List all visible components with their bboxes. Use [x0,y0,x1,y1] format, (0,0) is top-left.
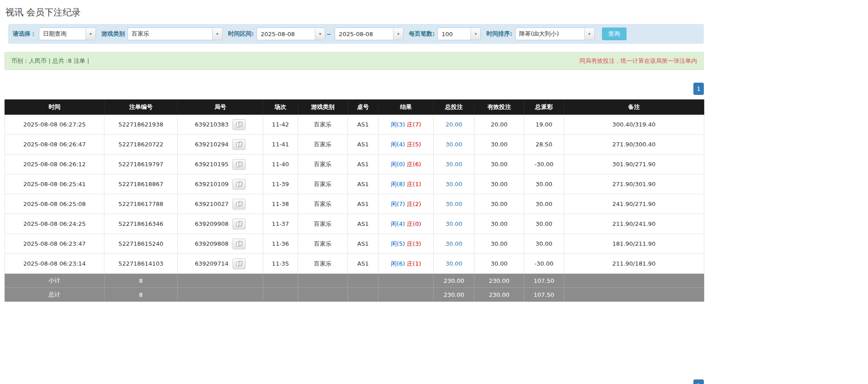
total-row: 总计 8 230.00 230.00 107.50 [5,288,704,302]
total-bet-link[interactable]: 30.00 [446,260,462,267]
bottom-pagination: 1 [5,379,704,384]
result-banker: 庄(0) [407,220,421,227]
cell-bet-id: 522718620722 [104,135,178,155]
cell-valid-bet: 30.00 [474,135,524,155]
cards-icon [236,241,243,247]
view-cards-button[interactable] [232,159,246,170]
table-row: 2025-08-08 06:23:14 522718614103 6392097… [5,254,704,274]
cards-icon [236,221,243,227]
query-type-dropdown-button[interactable]: ▼ [85,28,95,40]
page-1-button[interactable]: 1 [693,83,704,95]
date-to-dropdown-button[interactable]: ▼ [393,28,403,40]
total-valid-bet: 230.00 [474,288,524,302]
sort-order-input[interactable] [516,28,584,40]
round-number: 639209908 [195,220,228,227]
total-empty-cell [564,288,704,302]
date-from-input[interactable] [257,28,315,40]
cell-game-type: 百家乐 [298,254,348,274]
currency-total-info: 币别：人民币 | 总共 :8 注单 | [11,57,89,65]
view-cards-button[interactable] [232,139,246,150]
table-row: 2025-08-08 06:23:47 522718615240 6392098… [5,234,704,254]
round-number: 639210195 [195,161,228,168]
cell-total-bet: 20.00 [434,115,474,135]
result-player: 闲(6) [391,260,405,267]
cell-table-no: AS1 [348,194,379,214]
table-row: 2025-08-08 06:27:25 522718621938 6392103… [5,115,704,135]
cell-valid-bet: 20.00 [474,115,524,135]
subtotal-empty-cell [348,274,379,288]
query-type-input[interactable] [39,28,85,40]
chevron-down-icon: ▼ [216,32,219,36]
view-cards-button[interactable] [232,199,246,210]
cell-valid-bet: 30.00 [474,174,524,194]
search-button[interactable]: 查询 [602,28,626,40]
view-cards-button[interactable] [232,258,246,269]
cell-table-no: AS1 [348,155,379,174]
subtotal-empty-cell [298,274,348,288]
total-bet-link[interactable]: 20.00 [446,121,462,128]
total-empty-cell [348,288,379,302]
view-cards-button[interactable] [232,119,246,130]
round-number: 639210383 [195,121,228,128]
cell-game-type: 百家乐 [298,155,348,174]
result-player: 闲(7) [391,201,405,207]
cell-payout: 28.50 [524,135,564,155]
page-size-dropdown-button[interactable]: ▼ [470,28,480,40]
page-1-button-bottom[interactable]: 1 [693,379,704,384]
total-bet-link[interactable]: 30.00 [446,141,462,148]
cell-session: 11-37 [263,214,298,234]
cell-note: 211.90/181.90 [564,254,704,274]
cell-bet-id: 522718616346 [104,214,178,234]
cell-total-bet: 30.00 [434,214,474,234]
total-bet-link[interactable]: 30.00 [446,181,462,187]
cell-session: 11-39 [263,174,298,194]
cell-game-type: 百家乐 [298,214,348,234]
column-header-table-no: 桌号 [348,100,379,115]
cell-total-bet: 30.00 [434,234,474,254]
cell-result: 闲(0) 庄(6) [379,155,434,174]
view-cards-button[interactable] [232,219,246,229]
cell-game-type: 百家乐 [298,194,348,214]
result-banker: 庄(2) [407,201,421,207]
query-type-combobox: ▼ [39,28,96,40]
total-total-bet: 230.00 [434,288,474,302]
betting-records-table: 时间 注单编号 局号 场次 游戏类别 桌号 结果 总投注 有效投注 总派彩 备注… [5,99,704,302]
cell-session: 11-40 [263,155,298,174]
column-header-session: 场次 [263,100,298,115]
cell-round-id: 639209908 [178,214,263,234]
cell-result: 闲(6) 庄(1) [379,254,434,274]
cell-round-id: 639210294 [178,135,263,155]
cell-payout: 30.00 [524,194,564,214]
page-size-input[interactable] [438,28,470,40]
filter-game-type: 游戏类别 ▼ [101,28,223,40]
date-from-dropdown-button[interactable]: ▼ [315,28,325,40]
sort-order-dropdown-button[interactable]: ▼ [584,28,594,40]
total-bet-link[interactable]: 30.00 [446,240,462,247]
query-type-label: 请选择： [13,30,36,38]
summary-bar: 币别：人民币 | 总共 :8 注单 | 同局有效投注，统一计算在该局第一张注单内 [5,52,704,70]
date-range-separator: ~ [326,31,331,37]
cell-time: 2025-08-08 06:26:47 [5,135,104,155]
date-to-input[interactable] [335,28,393,40]
total-bet-link[interactable]: 30.00 [446,201,462,207]
page-title: 视讯 会员下注纪录 [5,6,704,19]
game-type-input[interactable] [128,28,212,40]
result-banker: 庄(7) [407,121,421,128]
cell-game-type: 百家乐 [298,234,348,254]
filter-page-size: 每页笔数: ▼ [409,28,481,40]
total-label: 总计 [5,288,104,302]
total-bet-link[interactable]: 30.00 [446,220,462,227]
cell-payout: -30.00 [524,254,564,274]
cell-round-id: 639210195 [178,155,263,174]
cell-result: 闲(4) 庄(5) [379,135,434,155]
cell-game-type: 百家乐 [298,174,348,194]
view-cards-button[interactable] [232,179,246,190]
view-cards-button[interactable] [232,239,246,249]
total-bet-link[interactable]: 30.00 [446,161,462,168]
round-number: 639210027 [195,201,228,207]
cell-result: 闲(5) 庄(3) [379,234,434,254]
result-player: 闲(8) [391,181,405,187]
game-type-dropdown-button[interactable]: ▼ [212,28,222,40]
table-header: 时间 注单编号 局号 场次 游戏类别 桌号 结果 总投注 有效投注 总派彩 备注 [5,100,704,115]
column-header-time: 时间 [5,100,104,115]
